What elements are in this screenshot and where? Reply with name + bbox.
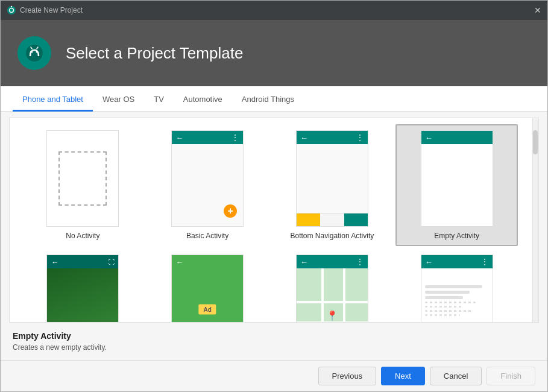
- template-card-empty-activity[interactable]: ← Empty Activity: [395, 124, 518, 246]
- svg-point-4: [31, 51, 33, 53]
- bottom-nav-body: [297, 144, 368, 213]
- svg-point-3: [26, 45, 43, 62]
- empty-topbar: ←: [421, 131, 493, 144]
- scrolling-topbar: ← ⋮: [421, 255, 493, 268]
- bottom-nav-preview: ← ⋮: [296, 130, 368, 227]
- maps-body: 📍: [297, 268, 368, 323]
- finish-button[interactable]: Finish: [487, 367, 535, 385]
- scrollbar[interactable]: [532, 118, 538, 322]
- description-area: Empty Activity Creates a new empty activ…: [1, 323, 547, 360]
- no-activity-preview: [46, 130, 119, 227]
- footer: Previous Next Cancel Finish: [1, 360, 547, 391]
- svg-point-2: [11, 6, 12, 7]
- back-arrow-4: ←: [175, 258, 183, 267]
- svg-point-5: [36, 51, 38, 53]
- no-activity-label: No Activity: [66, 232, 99, 240]
- basic-body: +: [172, 144, 243, 226]
- bottom-nav-topbar: ← ⋮: [297, 131, 368, 144]
- bottom-nav-label: Bottom Navigation Activity: [291, 232, 374, 240]
- ad-badge: Ad: [198, 305, 216, 315]
- dots-menu: ⋮: [231, 133, 239, 142]
- back-arrow-6: ←: [425, 258, 433, 267]
- title-bar: Create New Project ✕: [1, 1, 547, 20]
- template-grid: No Activity ← ⋮ +: [9, 118, 539, 323]
- scrolling-body: [421, 268, 493, 323]
- nav-item-3: [344, 213, 368, 226]
- dots-menu-4: ⋮: [481, 258, 489, 266]
- android-icon: [24, 43, 45, 63]
- ads-topbar: ←: [172, 255, 243, 268]
- fab-button: +: [224, 204, 237, 218]
- cancel-button[interactable]: Cancel: [430, 367, 482, 385]
- title-bar-left: Create New Project: [7, 5, 83, 15]
- previous-button[interactable]: Previous: [318, 367, 377, 385]
- basic-topbar: ← ⋮: [172, 131, 243, 144]
- header: Select a Project Template: [1, 20, 547, 86]
- template-card-basic-activity[interactable]: ← ⋮ + Basic Activity: [146, 124, 269, 246]
- empty-activity-preview: ←: [421, 130, 493, 227]
- nav-item-1: [297, 213, 320, 226]
- back-arrow-2: ←: [300, 133, 308, 142]
- dots-menu-3: ⋮: [356, 258, 364, 266]
- scrollbar-thumb[interactable]: [533, 130, 538, 154]
- back-arrow: ←: [175, 133, 183, 142]
- template-card-scrolling[interactable]: ← ⋮: [395, 248, 518, 323]
- selected-template-title: Empty Activity: [13, 331, 535, 341]
- empty-activity-label: Empty Activity: [434, 232, 479, 240]
- maps-preview: ← ⋮ 📍: [296, 254, 368, 323]
- dashed-box: [58, 151, 107, 206]
- template-card-maps[interactable]: ← ⋮ 📍: [271, 248, 394, 323]
- close-button[interactable]: ✕: [534, 6, 541, 14]
- tab-automotive[interactable]: Automotive: [174, 86, 232, 112]
- main-window: Create New Project ✕ Select a Project Te…: [0, 0, 548, 392]
- content-area: Phone and Tablet Wear OS TV Automotive A…: [1, 86, 547, 360]
- template-card-bottom-nav[interactable]: ← ⋮ Bottom Navigation Activity: [271, 124, 394, 246]
- header-icon: [17, 36, 51, 70]
- selected-template-description: Creates a new empty activity.: [13, 343, 535, 352]
- template-card-no-activity[interactable]: No Activity: [22, 124, 144, 246]
- tab-things[interactable]: Android Things: [232, 86, 304, 112]
- scroll-lines: [421, 268, 493, 322]
- tab-tv[interactable]: TV: [144, 86, 174, 112]
- next-button[interactable]: Next: [381, 367, 425, 385]
- back-arrow-3: ←: [425, 133, 433, 142]
- fullscreen-preview: ← ⛶ ⛶: [46, 254, 119, 323]
- maps-topbar: ← ⋮: [297, 255, 368, 268]
- template-grid-inner: No Activity ← ⋮ +: [22, 124, 526, 323]
- ads-preview: ← Ad: [171, 254, 244, 323]
- back-arrow-5: ←: [300, 258, 308, 267]
- dots-menu-2: ⋮: [356, 133, 364, 142]
- ads-body: Ad: [172, 268, 243, 323]
- bottom-nav-bar: [297, 213, 368, 226]
- scrolling-preview: ← ⋮: [421, 254, 493, 323]
- android-studio-icon: [7, 5, 16, 15]
- window-title: Create New Project: [20, 6, 83, 14]
- basic-activity-preview: ← ⋮ +: [171, 130, 244, 227]
- template-card-fullscreen[interactable]: ← ⛶ ⛶: [22, 248, 144, 323]
- tab-phone[interactable]: Phone and Tablet: [13, 86, 93, 112]
- basic-activity-label: Basic Activity: [186, 232, 228, 240]
- tabs-bar: Phone and Tablet Wear OS TV Automotive A…: [1, 86, 547, 112]
- tab-wear[interactable]: Wear OS: [93, 86, 144, 112]
- template-card-ads[interactable]: ← Ad: [146, 248, 269, 323]
- header-title: Select a Project Template: [66, 44, 243, 63]
- empty-body: [421, 144, 493, 226]
- nav-item-2: [320, 213, 344, 226]
